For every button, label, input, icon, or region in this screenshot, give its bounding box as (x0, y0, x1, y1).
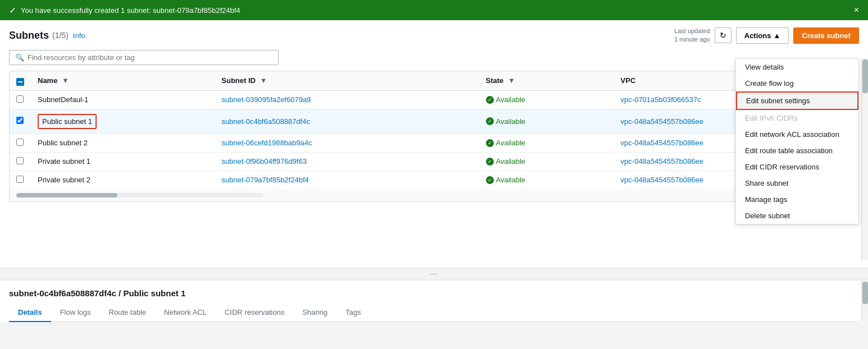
name-column-header: Name ▼ (31, 71, 215, 91)
check-circle-icon: ✓ (486, 176, 494, 184)
banner-close-button[interactable]: × (854, 5, 859, 15)
row-state-cell: ✓Available (479, 171, 614, 189)
vpc-link[interactable]: vpc-048a5454557b086ee (621, 117, 703, 126)
table-row[interactable]: Private subnet 1subnet-0f96b04ff976d9f63… (10, 152, 858, 171)
row-state-cell: ✓Available (479, 90, 614, 109)
bottom-panel: subnet-0c4bf6a508887df4c / Public subnet… (0, 279, 868, 322)
name-sort-icon[interactable]: ▼ (62, 76, 69, 85)
table-row[interactable]: Public subnet 1subnet-0c4bf6a508887df4c✓… (10, 109, 858, 134)
row-name-cell: Private subnet 1 (31, 152, 215, 171)
tab-tags[interactable]: Tags (337, 304, 370, 322)
row-state-cell: ✓Available (479, 109, 614, 134)
dropdown-item-view-details[interactable]: View details (736, 59, 858, 75)
vpc-link[interactable]: vpc-048a5454557b086ee (621, 176, 703, 184)
row-checkbox-cell[interactable] (10, 134, 31, 152)
success-banner: ✓ You have successfully created 1 subnet… (0, 0, 868, 20)
dropdown-item-manage-tags[interactable]: Manage tags (736, 191, 858, 208)
header-row: Subnets (1/5) Info Last updated 1 minute… (9, 27, 859, 44)
row-name-cell: Private subnet 2 (31, 171, 215, 189)
actions-dropdown: View detailsCreate flow logEdit subnet s… (735, 58, 859, 224)
vpc-link[interactable]: vpc-0701a5b03f066537c (621, 95, 701, 104)
subnets-table: Name ▼ Subnet ID ▼ State ▼ VPC SubnetDef… (9, 71, 859, 202)
dropdown-item-edit-cidr-reservations[interactable]: Edit CIDR reservations (736, 159, 858, 175)
tab-cidr-reservations[interactable]: CIDR reservations (216, 304, 293, 322)
row-name-cell: SubnetDefaul-1 (31, 90, 215, 109)
row-checkbox-cell[interactable] (10, 171, 31, 189)
select-all-header[interactable] (10, 71, 31, 91)
state-sort-icon[interactable]: ▼ (508, 76, 515, 85)
subnet-id-link[interactable]: subnet-039095fa2ef6079a9 (221, 95, 311, 104)
horizontal-scrollbar[interactable]: ▶ (10, 189, 858, 201)
row-subnet-id-cell[interactable]: subnet-039095fa2ef6079a9 (215, 90, 479, 109)
create-subnet-button[interactable]: Create subnet (793, 27, 859, 44)
dropdown-item-edit-subnet-settings[interactable]: Edit subnet settings (736, 91, 858, 110)
row-state-cell: ✓Available (479, 152, 614, 171)
table-header-row: Name ▼ Subnet ID ▼ State ▼ VPC (10, 71, 858, 91)
dropdown-item-edit-network-acl-association[interactable]: Edit network ACL association (736, 126, 858, 143)
row-subnet-id-cell[interactable]: subnet-06cefd1988bab9a4c (215, 134, 479, 152)
success-message: You have successfully created 1 subnet: … (21, 6, 240, 15)
check-circle-icon: ✓ (486, 117, 494, 125)
dropdown-item-edit-route-table-association[interactable]: Edit route table association (736, 143, 858, 159)
tabs-row: DetailsFlow logsRoute tableNetwork ACLCI… (9, 304, 859, 322)
status-available: ✓Available (486, 117, 607, 126)
status-available: ✓Available (486, 176, 607, 184)
row-checkbox-cell[interactable] (10, 109, 31, 134)
status-available: ✓Available (486, 95, 607, 104)
dropdown-item-edit-ipv6-cidrs: Edit IPv6 CIDRs (736, 110, 858, 126)
table-row[interactable]: SubnetDefaul-1subnet-039095fa2ef6079a9✓A… (10, 90, 858, 109)
check-circle-icon: ✓ (486, 139, 494, 147)
tab-network-acl[interactable]: Network ACL (155, 304, 216, 322)
dropdown-item-share-subnet[interactable]: Share subnet (736, 175, 858, 191)
vpc-link[interactable]: vpc-048a5454557b086ee (621, 157, 703, 166)
subnet-id-column-header: Subnet ID ▼ (215, 71, 479, 91)
header-right: Last updated 1 minute ago ↻ Actions ▲ Cr… (674, 27, 859, 44)
check-circle-icon: ✓ (486, 158, 494, 166)
selected-name: Public subnet 1 (38, 114, 97, 129)
tab-route-table[interactable]: Route table (100, 304, 156, 322)
row-subnet-id-cell[interactable]: subnet-0c4bf6a508887df4c (215, 109, 479, 134)
row-state-cell: ✓Available (479, 134, 614, 152)
row-checkbox-cell[interactable] (10, 152, 31, 171)
header-checkbox[interactable] (16, 78, 24, 86)
row-checkbox[interactable] (16, 117, 24, 124)
actions-button[interactable]: Actions ▲ (736, 27, 789, 44)
row-checkbox[interactable] (16, 176, 24, 183)
check-circle-icon: ✓ (486, 96, 494, 104)
subnet-id-sort-icon[interactable]: ▼ (260, 76, 267, 85)
row-checkbox[interactable] (16, 139, 24, 146)
row-checkbox[interactable] (16, 157, 24, 164)
state-column-header: State ▼ (479, 71, 614, 91)
search-input[interactable] (28, 53, 272, 62)
row-checkbox-cell[interactable] (10, 90, 31, 109)
refresh-button[interactable]: ↻ (715, 27, 731, 43)
row-subnet-id-cell[interactable]: subnet-079a7bf85b2f24bf4 (215, 171, 479, 189)
vpc-link[interactable]: vpc-048a5454557b086ee (621, 139, 703, 147)
page-title: Subnets (1/5) (9, 30, 69, 42)
tab-sharing[interactable]: Sharing (293, 304, 337, 322)
info-link[interactable]: Info (73, 31, 85, 40)
resize-handle[interactable]: — (0, 267, 868, 279)
actions-arrow-icon: ▲ (773, 31, 780, 40)
subnet-id-link[interactable]: subnet-0c4bf6a508887df4c (221, 117, 310, 126)
tab-flow-logs[interactable]: Flow logs (51, 304, 100, 322)
dropdown-item-delete-subnet[interactable]: Delete subnet (736, 208, 858, 224)
success-icon: ✓ (9, 5, 16, 16)
right-scrollbar[interactable] (861, 58, 868, 260)
table-row[interactable]: Private subnet 2subnet-079a7bf85b2f24bf4… (10, 171, 858, 189)
bottom-right-scrollbar[interactable] (861, 281, 868, 322)
subnet-id-link[interactable]: subnet-06cefd1988bab9a4c (221, 139, 312, 147)
table-row[interactable]: Public subnet 2subnet-06cefd1988bab9a4c✓… (10, 134, 858, 152)
search-icon: 🔍 (15, 53, 24, 62)
dropdown-item-create-flow-log[interactable]: Create flow log (736, 75, 858, 91)
status-available: ✓Available (486, 139, 607, 147)
subnet-id-link[interactable]: subnet-079a7bf85b2f24bf4 (221, 176, 308, 184)
status-available: ✓Available (486, 157, 607, 166)
tab-details[interactable]: Details (9, 304, 51, 322)
last-updated-text: Last updated 1 minute ago (674, 27, 710, 44)
row-name-cell: Public subnet 2 (31, 134, 215, 152)
row-subnet-id-cell[interactable]: subnet-0f96b04ff976d9f63 (215, 152, 479, 171)
bottom-panel-title: subnet-0c4bf6a508887df4c / Public subnet… (9, 288, 859, 298)
row-checkbox[interactable] (16, 95, 24, 103)
subnet-id-link[interactable]: subnet-0f96b04ff976d9f63 (221, 157, 307, 166)
